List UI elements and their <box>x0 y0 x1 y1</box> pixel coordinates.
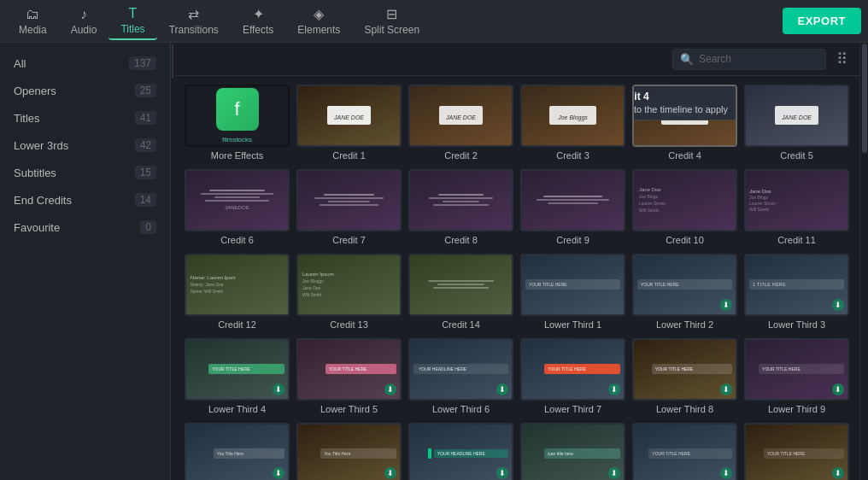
grid-item-credit-8[interactable]: Credit 8 <box>408 169 513 245</box>
nav-media[interactable]: 🗂 Media <box>7 3 59 40</box>
scrollbar-thumb[interactable] <box>862 44 867 153</box>
download-badge: ⬇ <box>720 383 732 395</box>
grid-item-credit-2[interactable]: JANE DOE Credit 2 <box>408 85 513 161</box>
nav-effects-label: Effects <box>243 24 273 36</box>
grid-item-lower-third-1[interactable]: YOUR TITLE HERE Lower Third 1 <box>520 254 625 330</box>
download-badge: ⬇ <box>496 383 508 395</box>
sidebar-label-titles: Titles <box>14 112 40 125</box>
grid-item-label: Lower Third 5 <box>296 404 402 414</box>
titles-icon: T <box>129 6 138 21</box>
grid-item-lower-third-11[interactable]: You Title Here ⬇ Lower Third 11 <box>296 423 402 481</box>
grid-item-more-effects[interactable]: f filmstocks More Effects <box>185 85 290 161</box>
search-icon: 🔍 <box>680 53 694 66</box>
search-input[interactable] <box>699 53 810 65</box>
grid-item-label: Lower Third 9 <box>744 404 849 414</box>
grid-item-label: More Effects <box>185 150 290 161</box>
sidebar-label-all: All <box>14 57 26 70</box>
nav-elements[interactable]: ◈ Elements <box>285 3 352 40</box>
grid-item-label: Credit 9 <box>520 235 625 245</box>
nav-titles-label: Titles <box>120 23 144 35</box>
grid-item-label: Lower Third 8 <box>632 404 737 414</box>
grid-item-lower-third-9[interactable]: YOUR TITLE HERE ⬇ Lower Third 9 <box>744 338 849 414</box>
sidebar-item-openers[interactable]: Openers 25 <box>0 77 170 104</box>
sidebar-label-end-credits: End Credits <box>14 194 72 207</box>
sidebar-label-favourite: Favourite <box>14 221 60 234</box>
grid-item-label: Lower Third 3 <box>744 319 849 330</box>
sidebar-item-all[interactable]: All 137 <box>0 50 170 77</box>
nav-effects[interactable]: ✦ Effects <box>231 3 285 40</box>
grid-item-lower-third-4[interactable]: YOUR TITLE HERE ⬇ Lower Third 4 <box>185 338 290 414</box>
media-icon: 🗂 <box>26 7 39 22</box>
grid-item-lower-third-7[interactable]: YOUR TITLE HERE ⬇ Lower Third 7 <box>520 338 625 414</box>
sidebar-count-end-credits: 14 <box>135 193 156 207</box>
grid-item-label: Credit 14 <box>408 319 513 330</box>
sidebar-label-openers: Openers <box>14 85 56 97</box>
elements-icon: ◈ <box>314 6 324 22</box>
sidebar: All 137 Openers 25 Titles 41 Lower 3rds … <box>0 43 171 480</box>
grid-item-credit-12[interactable]: Name: Lauren Ipsm Mainly: Jane Doe Name:… <box>185 254 290 330</box>
grid-item-lower-third-5[interactable]: Your Title Here ⬇ Lower Third 5 <box>296 338 402 414</box>
transitions-icon: ⇄ <box>188 6 199 22</box>
sidebar-count-openers: 25 <box>135 84 156 97</box>
grid-item-label: Lower Third 7 <box>520 404 625 414</box>
grid-item-credit-1[interactable]: JANE DOE Credit 1 <box>296 85 402 161</box>
filmstocks-thumb: f filmstocks <box>186 86 288 145</box>
grid-item-label: Credit 10 <box>632 235 737 245</box>
sidebar-item-titles[interactable]: Titles 41 <box>0 104 170 132</box>
top-nav: 🗂 Media ♪ Audio T Titles ⇄ Transitions ✦… <box>0 0 868 43</box>
grid-item-credit-13[interactable]: Lauren Ipsum Joe Bloggs Jane Doe Will Sm… <box>296 254 402 330</box>
nav-transitions[interactable]: ⇄ Transitions <box>157 3 231 40</box>
download-badge: ⬇ <box>720 299 732 311</box>
nav-titles[interactable]: T Titles <box>108 3 156 40</box>
grid-item-credit-10[interactable]: Jane Doe Joe Blogs Lauren Simon Will San… <box>632 169 737 245</box>
search-box[interactable]: 🔍 <box>672 49 826 70</box>
sidebar-item-lower3rds[interactable]: Lower 3rds 42 <box>0 132 170 159</box>
sidebar-item-end-credits[interactable]: End Credits 14 <box>0 186 170 214</box>
sidebar-label-lower3rds: Lower 3rds <box>14 139 68 152</box>
nav-split-label: Split Screen <box>364 24 419 36</box>
grid-item-label: Credit 12 <box>185 319 290 330</box>
scrollbar[interactable] <box>859 43 868 480</box>
grid-item-label: Lower Third 2 <box>632 319 737 330</box>
grid-scroll[interactable]: f filmstocks More Effects JANE DOE <box>174 76 859 480</box>
grid-item-lower-third-10[interactable]: You Title Here ⬇ Lower Third 10 <box>185 423 290 481</box>
grid-item-credit-4[interactable]: JANE DOE Credit 4 Drag to the timeline t… <box>632 85 737 161</box>
main-content: All 137 Openers 25 Titles 41 Lower 3rds … <box>0 43 868 480</box>
grid-item-credit-5[interactable]: JANE DOE Credit 5 <box>744 85 849 161</box>
grid-item-lower-third-3[interactable]: 1 TITLE HERE ⬇ Lower Third 3 <box>744 254 849 330</box>
grid-item-lower-third-12[interactable]: YOUR HEADLINE HERE ⬇ Lower Third 12 <box>408 423 513 481</box>
grid-item-lower-third-8[interactable]: YOUR TITLE HERE ⬇ Lower Third 8 <box>632 338 737 414</box>
nav-transitions-label: Transitions <box>169 24 219 36</box>
grid-item-label: Credit 11 <box>744 235 849 245</box>
sidebar-item-favourite[interactable]: Favourite 0 <box>0 214 170 241</box>
grid-item-lower-third-6[interactable]: YOUR HEADLINE HERE ⬇ Lower Third 6 <box>408 338 513 414</box>
sidebar-item-subtitles[interactable]: Subtitles 15 <box>0 159 170 186</box>
nav-audio[interactable]: ♪ Audio <box>59 3 109 40</box>
grid-item-credit-14[interactable]: Credit 14 <box>408 254 513 330</box>
grid-item-label: Credit 5 <box>744 150 849 161</box>
grid-item-lower-third-13[interactable]: iyan title here ⬇ Lower Third 13 <box>520 423 625 481</box>
export-button[interactable]: EXPORT <box>783 8 861 34</box>
grid-item-lower-third-2[interactable]: YOUR TITLE HERE ⬇ Lower Third 2 <box>632 254 737 330</box>
grid: f filmstocks More Effects JANE DOE <box>185 85 849 480</box>
grid-item-lower-third-14[interactable]: YOUR TITLE HERE ⬇ Lower Third 14 <box>632 423 737 481</box>
grid-item-label: Credit 4 <box>632 150 737 161</box>
sidebar-label-subtitles: Subtitles <box>14 167 56 179</box>
download-badge: ⬇ <box>832 383 844 395</box>
grid-item-label: Credit 7 <box>296 235 402 245</box>
download-badge: ⬇ <box>832 299 844 311</box>
grid-item-lower-third-15[interactable]: YOUR TITLE HERE ⬇ Lower Third 15 <box>744 423 849 481</box>
grid-item-label: Credit 3 <box>520 150 625 161</box>
grid-view-button[interactable]: ⠿ <box>833 48 851 70</box>
nav-elements-label: Elements <box>297 24 340 36</box>
grid-item-credit-6[interactable]: JANEDOE Credit 6 <box>185 169 290 245</box>
grid-item-label: Lower Third 4 <box>185 404 290 414</box>
grid-item-credit-3[interactable]: Joe Bloggs Credit 3 <box>520 85 625 161</box>
sidebar-count-subtitles: 15 <box>135 166 156 179</box>
nav-split-screen[interactable]: ⊟ Split Screen <box>352 3 431 40</box>
grid-item-credit-11[interactable]: Jane Doe Joe Blogs Lauren Simon Will San… <box>744 169 849 245</box>
grid-item-credit-9[interactable]: Credit 9 <box>520 169 625 245</box>
sidebar-count-lower3rds: 42 <box>135 138 156 152</box>
grid-item-credit-7[interactable]: Credit 7 <box>296 169 402 245</box>
grid-item-label: Credit 2 <box>408 150 513 161</box>
